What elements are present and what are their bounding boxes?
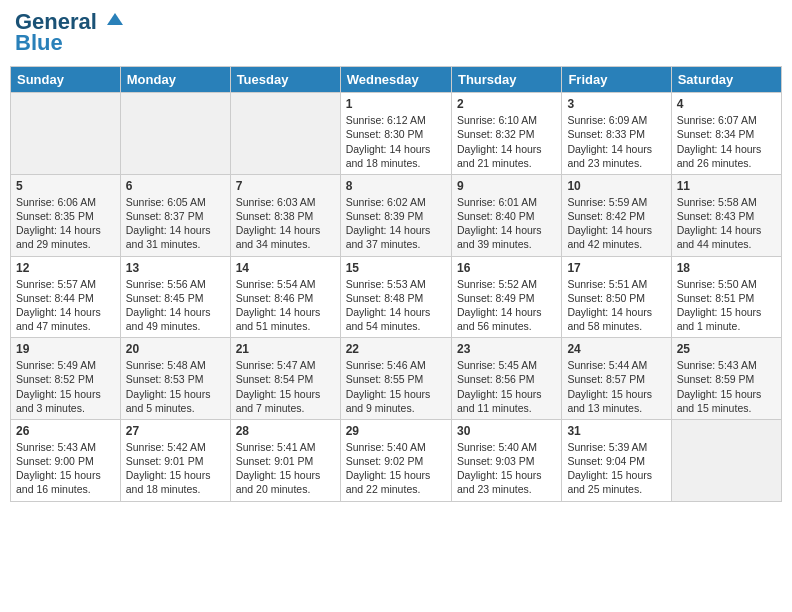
cell-content: Sunrise: 6:10 AM Sunset: 8:32 PM Dayligh… (457, 113, 556, 170)
cell-content: Sunrise: 5:40 AM Sunset: 9:02 PM Dayligh… (346, 440, 446, 497)
calendar-cell: 19Sunrise: 5:49 AM Sunset: 8:52 PM Dayli… (11, 338, 121, 420)
day-number: 22 (346, 342, 446, 356)
calendar-week-row: 19Sunrise: 5:49 AM Sunset: 8:52 PM Dayli… (11, 338, 782, 420)
day-number: 29 (346, 424, 446, 438)
day-number: 24 (567, 342, 665, 356)
day-number: 10 (567, 179, 665, 193)
day-number: 15 (346, 261, 446, 275)
calendar-cell: 23Sunrise: 5:45 AM Sunset: 8:56 PM Dayli… (451, 338, 561, 420)
logo-icon (105, 9, 125, 29)
cell-content: Sunrise: 5:51 AM Sunset: 8:50 PM Dayligh… (567, 277, 665, 334)
calendar-cell: 31Sunrise: 5:39 AM Sunset: 9:04 PM Dayli… (562, 419, 671, 501)
calendar-table: SundayMondayTuesdayWednesdayThursdayFrid… (10, 66, 782, 501)
day-number: 21 (236, 342, 335, 356)
day-number: 14 (236, 261, 335, 275)
cell-content: Sunrise: 5:50 AM Sunset: 8:51 PM Dayligh… (677, 277, 776, 334)
calendar-cell: 20Sunrise: 5:48 AM Sunset: 8:53 PM Dayli… (120, 338, 230, 420)
calendar-cell: 15Sunrise: 5:53 AM Sunset: 8:48 PM Dayli… (340, 256, 451, 338)
day-number: 8 (346, 179, 446, 193)
cell-content: Sunrise: 5:39 AM Sunset: 9:04 PM Dayligh… (567, 440, 665, 497)
cell-content: Sunrise: 5:48 AM Sunset: 8:53 PM Dayligh… (126, 358, 225, 415)
cell-content: Sunrise: 6:03 AM Sunset: 8:38 PM Dayligh… (236, 195, 335, 252)
logo: General Blue (15, 10, 125, 56)
cell-content: Sunrise: 6:07 AM Sunset: 8:34 PM Dayligh… (677, 113, 776, 170)
cell-content: Sunrise: 5:56 AM Sunset: 8:45 PM Dayligh… (126, 277, 225, 334)
calendar-cell: 22Sunrise: 5:46 AM Sunset: 8:55 PM Dayli… (340, 338, 451, 420)
day-number: 7 (236, 179, 335, 193)
weekday-header-tuesday: Tuesday (230, 67, 340, 93)
cell-content: Sunrise: 5:41 AM Sunset: 9:01 PM Dayligh… (236, 440, 335, 497)
day-number: 12 (16, 261, 115, 275)
cell-content: Sunrise: 5:43 AM Sunset: 8:59 PM Dayligh… (677, 358, 776, 415)
calendar-cell: 7Sunrise: 6:03 AM Sunset: 8:38 PM Daylig… (230, 174, 340, 256)
calendar-body: 1Sunrise: 6:12 AM Sunset: 8:30 PM Daylig… (11, 93, 782, 501)
calendar-cell: 9Sunrise: 6:01 AM Sunset: 8:40 PM Daylig… (451, 174, 561, 256)
calendar-cell: 17Sunrise: 5:51 AM Sunset: 8:50 PM Dayli… (562, 256, 671, 338)
cell-content: Sunrise: 5:58 AM Sunset: 8:43 PM Dayligh… (677, 195, 776, 252)
calendar-cell: 26Sunrise: 5:43 AM Sunset: 9:00 PM Dayli… (11, 419, 121, 501)
cell-content: Sunrise: 6:01 AM Sunset: 8:40 PM Dayligh… (457, 195, 556, 252)
calendar-week-row: 1Sunrise: 6:12 AM Sunset: 8:30 PM Daylig… (11, 93, 782, 175)
cell-content: Sunrise: 5:47 AM Sunset: 8:54 PM Dayligh… (236, 358, 335, 415)
cell-content: Sunrise: 5:40 AM Sunset: 9:03 PM Dayligh… (457, 440, 556, 497)
day-number: 2 (457, 97, 556, 111)
calendar-cell (671, 419, 781, 501)
calendar-cell: 2Sunrise: 6:10 AM Sunset: 8:32 PM Daylig… (451, 93, 561, 175)
day-number: 28 (236, 424, 335, 438)
calendar-cell: 3Sunrise: 6:09 AM Sunset: 8:33 PM Daylig… (562, 93, 671, 175)
day-number: 6 (126, 179, 225, 193)
day-number: 20 (126, 342, 225, 356)
weekday-header-wednesday: Wednesday (340, 67, 451, 93)
page-header: General Blue (10, 10, 782, 56)
calendar-cell: 12Sunrise: 5:57 AM Sunset: 8:44 PM Dayli… (11, 256, 121, 338)
calendar-cell: 25Sunrise: 5:43 AM Sunset: 8:59 PM Dayli… (671, 338, 781, 420)
weekday-header-monday: Monday (120, 67, 230, 93)
calendar-cell: 4Sunrise: 6:07 AM Sunset: 8:34 PM Daylig… (671, 93, 781, 175)
calendar-cell: 30Sunrise: 5:40 AM Sunset: 9:03 PM Dayli… (451, 419, 561, 501)
day-number: 19 (16, 342, 115, 356)
cell-content: Sunrise: 6:12 AM Sunset: 8:30 PM Dayligh… (346, 113, 446, 170)
cell-content: Sunrise: 6:02 AM Sunset: 8:39 PM Dayligh… (346, 195, 446, 252)
calendar-cell: 10Sunrise: 5:59 AM Sunset: 8:42 PM Dayli… (562, 174, 671, 256)
calendar-cell (230, 93, 340, 175)
calendar-cell: 21Sunrise: 5:47 AM Sunset: 8:54 PM Dayli… (230, 338, 340, 420)
cell-content: Sunrise: 5:46 AM Sunset: 8:55 PM Dayligh… (346, 358, 446, 415)
cell-content: Sunrise: 6:06 AM Sunset: 8:35 PM Dayligh… (16, 195, 115, 252)
weekday-header-thursday: Thursday (451, 67, 561, 93)
calendar-cell: 27Sunrise: 5:42 AM Sunset: 9:01 PM Dayli… (120, 419, 230, 501)
cell-content: Sunrise: 6:05 AM Sunset: 8:37 PM Dayligh… (126, 195, 225, 252)
cell-content: Sunrise: 5:49 AM Sunset: 8:52 PM Dayligh… (16, 358, 115, 415)
day-number: 31 (567, 424, 665, 438)
calendar-cell (120, 93, 230, 175)
weekday-header-sunday: Sunday (11, 67, 121, 93)
calendar-cell: 13Sunrise: 5:56 AM Sunset: 8:45 PM Dayli… (120, 256, 230, 338)
cell-content: Sunrise: 5:44 AM Sunset: 8:57 PM Dayligh… (567, 358, 665, 415)
day-number: 9 (457, 179, 556, 193)
day-number: 25 (677, 342, 776, 356)
weekday-header-friday: Friday (562, 67, 671, 93)
calendar-cell (11, 93, 121, 175)
calendar-week-row: 5Sunrise: 6:06 AM Sunset: 8:35 PM Daylig… (11, 174, 782, 256)
calendar-cell: 14Sunrise: 5:54 AM Sunset: 8:46 PM Dayli… (230, 256, 340, 338)
day-number: 18 (677, 261, 776, 275)
day-number: 30 (457, 424, 556, 438)
calendar-cell: 29Sunrise: 5:40 AM Sunset: 9:02 PM Dayli… (340, 419, 451, 501)
day-number: 1 (346, 97, 446, 111)
calendar-week-row: 12Sunrise: 5:57 AM Sunset: 8:44 PM Dayli… (11, 256, 782, 338)
weekday-header-saturday: Saturday (671, 67, 781, 93)
day-number: 3 (567, 97, 665, 111)
calendar-cell: 6Sunrise: 6:05 AM Sunset: 8:37 PM Daylig… (120, 174, 230, 256)
day-number: 5 (16, 179, 115, 193)
day-number: 26 (16, 424, 115, 438)
day-number: 11 (677, 179, 776, 193)
day-number: 17 (567, 261, 665, 275)
calendar-cell: 8Sunrise: 6:02 AM Sunset: 8:39 PM Daylig… (340, 174, 451, 256)
cell-content: Sunrise: 5:54 AM Sunset: 8:46 PM Dayligh… (236, 277, 335, 334)
day-number: 13 (126, 261, 225, 275)
calendar-cell: 24Sunrise: 5:44 AM Sunset: 8:57 PM Dayli… (562, 338, 671, 420)
calendar-cell: 18Sunrise: 5:50 AM Sunset: 8:51 PM Dayli… (671, 256, 781, 338)
day-number: 23 (457, 342, 556, 356)
cell-content: Sunrise: 5:57 AM Sunset: 8:44 PM Dayligh… (16, 277, 115, 334)
calendar-cell: 5Sunrise: 6:06 AM Sunset: 8:35 PM Daylig… (11, 174, 121, 256)
cell-content: Sunrise: 5:59 AM Sunset: 8:42 PM Dayligh… (567, 195, 665, 252)
